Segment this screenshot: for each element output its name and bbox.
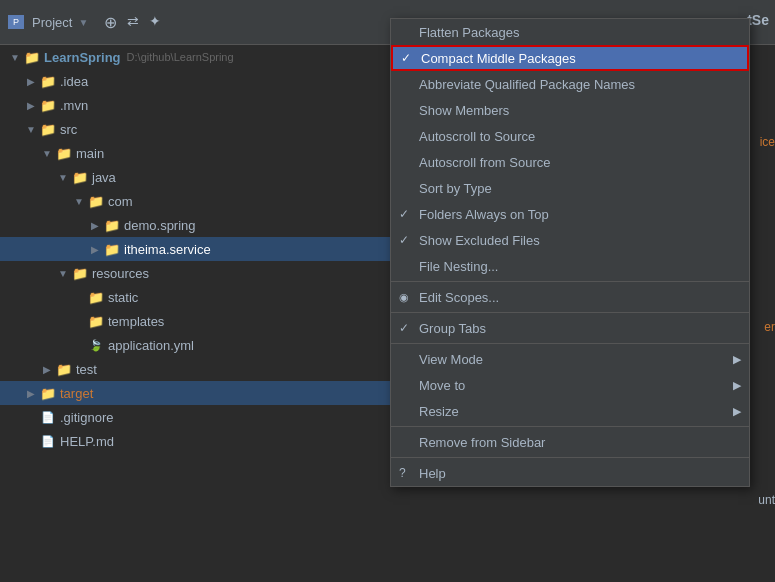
menu-item-move-to[interactable]: Move to ▶ <box>391 372 749 398</box>
tree-item-resources[interactable]: ▼ 📁 resources <box>0 261 390 285</box>
menu-label: Remove from Sidebar <box>419 435 545 450</box>
menu-item-sort-type[interactable]: Sort by Type <box>391 175 749 201</box>
tree-item-com[interactable]: ▼ 📁 com <box>0 189 390 213</box>
tree-label: demo.spring <box>124 218 196 233</box>
menu-item-remove-sidebar[interactable]: Remove from Sidebar <box>391 429 749 455</box>
tree-label: LearnSpring <box>44 50 121 65</box>
menu-label: Show Excluded Files <box>419 233 540 248</box>
tree-item-demospring[interactable]: ▶ 📁 demo.spring <box>0 213 390 237</box>
yml-icon: 🍃 <box>88 338 104 352</box>
folder-icon: 📁 <box>104 218 120 232</box>
tree-label: HELP.md <box>60 434 114 449</box>
dropdown-arrow[interactable]: ▼ <box>78 17 88 28</box>
tree-item-templates[interactable]: ▶ 📁 templates <box>0 309 390 333</box>
git-icon: 📄 <box>40 410 56 424</box>
arrow-icon: ▶ <box>40 362 54 376</box>
checkmark-icon: ✓ <box>399 321 409 335</box>
folder-icon: 📁 <box>56 146 72 160</box>
menu-item-folders-top[interactable]: ✓ Folders Always on Top <box>391 201 749 227</box>
folder-icon: 📁 <box>56 362 72 376</box>
tree-item-java[interactable]: ▼ 📁 java <box>0 165 390 189</box>
tree-item-static[interactable]: ▶ 📁 static <box>0 285 390 309</box>
menu-item-help[interactable]: ? Help <box>391 460 749 486</box>
tree-item-itheima[interactable]: ▶ 📁 itheima.service <box>0 237 390 261</box>
submenu-arrow-icon: ▶ <box>733 379 741 392</box>
tree-label: src <box>60 122 77 137</box>
tree-item-test[interactable]: ▶ 📁 test <box>0 357 390 381</box>
folder-icon: 📁 <box>88 314 104 328</box>
arrow-icon: ▼ <box>72 194 86 208</box>
tree-label: resources <box>92 266 149 281</box>
menu-label: Abbreviate Qualified Package Names <box>419 77 635 92</box>
tree-label: application.yml <box>108 338 194 353</box>
menu-label: Flatten Packages <box>419 25 519 40</box>
arrow-icon: ▶ <box>24 74 38 88</box>
project-panel: ▼ 📁 LearnSpring D:\github\LearnSpring ▶ … <box>0 45 390 582</box>
tree-item-gitignore[interactable]: ▶ 📄 .gitignore <box>0 405 390 429</box>
tree-label: templates <box>108 314 164 329</box>
menu-item-flatten[interactable]: Flatten Packages <box>391 19 749 45</box>
tree-label: java <box>92 170 116 185</box>
folder-icon: 📁 <box>24 50 40 64</box>
menu-item-compact[interactable]: ✓ Compact Middle Packages <box>391 45 749 71</box>
menu-label: Sort by Type <box>419 181 492 196</box>
tree-label: .mvn <box>60 98 88 113</box>
folder-icon: 📁 <box>40 122 56 136</box>
tree-item-target[interactable]: ▶ 📁 target <box>0 381 390 405</box>
menu-label: Resize <box>419 404 459 419</box>
menu-item-show-excluded[interactable]: ✓ Show Excluded Files <box>391 227 749 253</box>
tree-label: target <box>60 386 93 401</box>
arrow-icon: ▶ <box>88 242 102 256</box>
arrow-icon: ▼ <box>8 50 22 64</box>
folder-icon: 📁 <box>88 194 104 208</box>
tree-item-helpmd[interactable]: ▶ 📄 HELP.md <box>0 429 390 453</box>
menu-label: View Mode <box>419 352 483 367</box>
tree-item-learnspring[interactable]: ▼ 📁 LearnSpring D:\github\LearnSpring <box>0 45 390 69</box>
tree-item-idea[interactable]: ▶ 📁 .idea <box>0 69 390 93</box>
menu-item-autoscroll-from[interactable]: Autoscroll from Source <box>391 149 749 175</box>
arrow-icon: ▼ <box>24 122 38 136</box>
tree-label: main <box>76 146 104 161</box>
arrow-icon: ▶ <box>24 386 38 400</box>
menu-label: Compact Middle Packages <box>421 51 576 66</box>
menu-item-file-nesting[interactable]: File Nesting... <box>391 253 749 279</box>
checkmark-icon: ✓ <box>401 51 411 65</box>
right-partial-unt: unt <box>758 493 775 507</box>
md-icon: 📄 <box>40 434 56 448</box>
menu-item-show-members[interactable]: Show Members <box>391 97 749 123</box>
tree-item-mvn[interactable]: ▶ 📁 .mvn <box>0 93 390 117</box>
right-partial-ice2: er <box>764 320 775 334</box>
menu-item-abbreviate[interactable]: Abbreviate Qualified Package Names <box>391 71 749 97</box>
right-partial-ice1: ice <box>760 135 775 149</box>
tree-item-src[interactable]: ▼ 📁 src <box>0 117 390 141</box>
tree-label: itheima.service <box>124 242 211 257</box>
menu-label: File Nesting... <box>419 259 498 274</box>
arrow-icon: ▼ <box>56 170 70 184</box>
tree-path: D:\github\LearnSpring <box>127 51 234 63</box>
menu-separator <box>391 343 749 344</box>
arrow-icon: ▶ <box>24 98 38 112</box>
folder-icon: 📁 <box>72 266 88 280</box>
arrow-icon: ▼ <box>56 266 70 280</box>
menu-item-autoscroll-to[interactable]: Autoscroll to Source <box>391 123 749 149</box>
sync-icon[interactable]: ⇄ <box>127 13 139 32</box>
folder-icon: 📁 <box>40 386 56 400</box>
menu-item-view-mode[interactable]: View Mode ▶ <box>391 346 749 372</box>
checkmark-icon: ✓ <box>399 233 409 247</box>
menu-item-group-tabs[interactable]: ✓ Group Tabs <box>391 315 749 341</box>
folder-icon: 📁 <box>104 242 120 256</box>
menu-label: Help <box>419 466 446 481</box>
tree-item-appyml[interactable]: ▶ 🍃 application.yml <box>0 333 390 357</box>
menu-label: Edit Scopes... <box>419 290 499 305</box>
tree-label: .gitignore <box>60 410 113 425</box>
pin-icon[interactable]: ✦ <box>149 13 161 32</box>
project-title[interactable]: P Project ▼ <box>8 15 88 30</box>
tree-label: static <box>108 290 138 305</box>
menu-item-edit-scopes[interactable]: ◉ Edit Scopes... <box>391 284 749 310</box>
project-icon: P <box>8 15 24 29</box>
crosshair-icon[interactable]: ⊕ <box>104 13 117 32</box>
menu-item-resize[interactable]: Resize ▶ <box>391 398 749 424</box>
menu-label: Folders Always on Top <box>419 207 549 222</box>
arrow-icon: ▶ <box>88 218 102 232</box>
tree-item-main[interactable]: ▼ 📁 main <box>0 141 390 165</box>
